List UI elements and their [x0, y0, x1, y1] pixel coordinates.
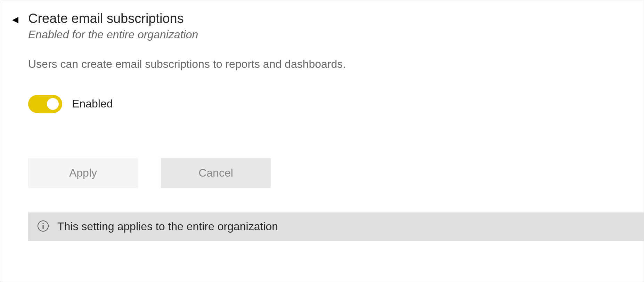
button-row: Apply Cancel	[28, 158, 633, 188]
enabled-toggle[interactable]	[28, 95, 62, 113]
setting-description: Users can create email subscriptions to …	[28, 58, 633, 71]
apply-button[interactable]: Apply	[28, 158, 138, 188]
setting-title: Create email subscriptions	[28, 11, 633, 27]
toggle-row: Enabled	[28, 95, 633, 113]
info-banner: This setting applies to the entire organ…	[28, 212, 644, 241]
toggle-knob	[47, 98, 59, 110]
cancel-button[interactable]: Cancel	[161, 158, 271, 188]
content-column: Create email subscriptions Enabled for t…	[27, 11, 633, 241]
svg-rect-2	[43, 225, 44, 229]
header-row: Create email subscriptions Enabled for t…	[11, 11, 633, 241]
svg-point-1	[42, 223, 44, 224]
info-icon	[37, 220, 49, 233]
collapse-caret-icon[interactable]	[12, 17, 18, 24]
info-message: This setting applies to the entire organ…	[57, 220, 278, 233]
settings-panel: Create email subscriptions Enabled for t…	[0, 0, 644, 282]
toggle-label: Enabled	[72, 97, 113, 110]
setting-subtitle: Enabled for the entire organization	[28, 28, 633, 41]
